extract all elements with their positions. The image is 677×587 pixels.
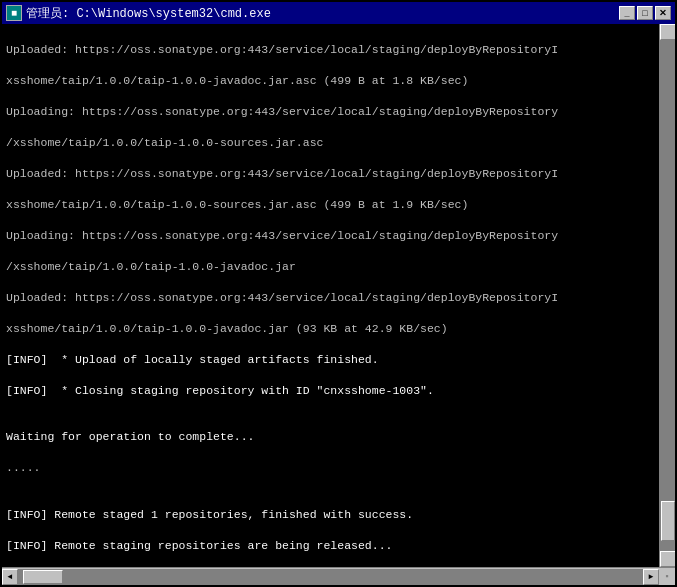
scroll-up-button[interactable]: ▲	[660, 24, 676, 40]
h-scroll-thumb[interactable]	[23, 570, 63, 584]
terminal-line: [INFO] * Upload of locally staged artifa…	[6, 352, 655, 368]
maximize-button[interactable]: □	[637, 6, 653, 20]
terminal-output: Uploaded: https://oss.sonatype.org:443/s…	[2, 24, 659, 567]
vertical-scrollbar[interactable]: ▲ ▼	[659, 24, 675, 567]
bottom-bar: ◄ ► ▪	[2, 567, 675, 585]
terminal-line: /xsshome/taip/1.0.0/taip-1.0.0-javadoc.j…	[6, 259, 655, 275]
terminal-line: Uploaded: https://oss.sonatype.org:443/s…	[6, 290, 655, 306]
minimize-button[interactable]: _	[619, 6, 635, 20]
scroll-right-button[interactable]: ►	[643, 569, 659, 585]
terminal-line: [INFO] * Closing staging repository with…	[6, 383, 655, 399]
window-title: 管理员: C:\Windows\system32\cmd.exe	[26, 5, 271, 22]
terminal-line-waiting: Waiting for operation to complete...	[6, 429, 655, 445]
terminal-line: Uploading: https://oss.sonatype.org:443/…	[6, 104, 655, 120]
terminal-line: Uploaded: https://oss.sonatype.org:443/s…	[6, 166, 655, 182]
title-bar-left: ■ 管理员: C:\Windows\system32\cmd.exe	[6, 5, 271, 22]
scroll-thumb[interactable]	[661, 501, 675, 541]
cmd-window: ■ 管理员: C:\Windows\system32\cmd.exe _ □ ✕…	[0, 0, 677, 587]
horizontal-scrollbar[interactable]: ◄ ►	[2, 569, 659, 585]
terminal-line: xsshome/taip/1.0.0/taip-1.0.0-javadoc.ja…	[6, 321, 655, 337]
scroll-down-button[interactable]: ▼	[660, 551, 676, 567]
title-bar: ■ 管理员: C:\Windows\system32\cmd.exe _ □ ✕	[2, 2, 675, 24]
terminal-line: .....	[6, 460, 655, 476]
terminal-line: [INFO] Remote staged 1 repositories, fin…	[6, 507, 655, 523]
terminal-line: Uploading: https://oss.sonatype.org:443/…	[6, 228, 655, 244]
scroll-track[interactable]	[660, 40, 675, 551]
terminal-line: Uploaded: https://oss.sonatype.org:443/s…	[6, 42, 655, 58]
terminal-line: /xsshome/taip/1.0.0/taip-1.0.0-sources.j…	[6, 135, 655, 151]
terminal-area[interactable]: Uploaded: https://oss.sonatype.org:443/s…	[2, 24, 675, 567]
h-scroll-track[interactable]	[18, 569, 643, 585]
terminal-line: xsshome/taip/1.0.0/taip-1.0.0-javadoc.ja…	[6, 73, 655, 89]
scroll-left-button[interactable]: ◄	[2, 569, 18, 585]
window-icon: ■	[6, 5, 22, 21]
terminal-line: xsshome/taip/1.0.0/taip-1.0.0-sources.ja…	[6, 197, 655, 213]
size-grip: ▪	[659, 569, 675, 585]
terminal-line: [INFO] Remote staging repositories are b…	[6, 538, 655, 554]
title-bar-buttons: _ □ ✕	[619, 6, 671, 20]
close-button[interactable]: ✕	[655, 6, 671, 20]
